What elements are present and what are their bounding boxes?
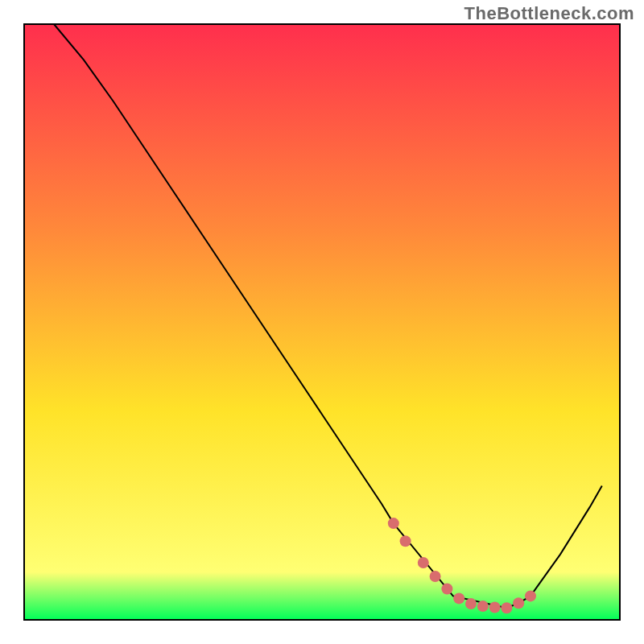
highlight-dot bbox=[489, 602, 501, 613]
highlight-dot bbox=[477, 601, 489, 612]
plot-background bbox=[24, 24, 620, 620]
highlight-dot bbox=[525, 590, 536, 601]
highlight-dot bbox=[501, 602, 512, 613]
highlight-dot bbox=[453, 592, 464, 604]
highlight-dot bbox=[513, 597, 524, 609]
highlight-dot bbox=[418, 557, 429, 568]
chart-container: TheBottleneck.com bbox=[0, 0, 644, 644]
highlight-dot bbox=[465, 598, 477, 609]
highlight-dot bbox=[388, 518, 399, 529]
highlight-dot bbox=[430, 571, 441, 582]
highlight-dot bbox=[441, 584, 452, 595]
bottleneck-chart bbox=[0, 0, 644, 644]
highlight-dot bbox=[400, 535, 411, 547]
watermark-label: TheBottleneck.com bbox=[464, 3, 634, 24]
